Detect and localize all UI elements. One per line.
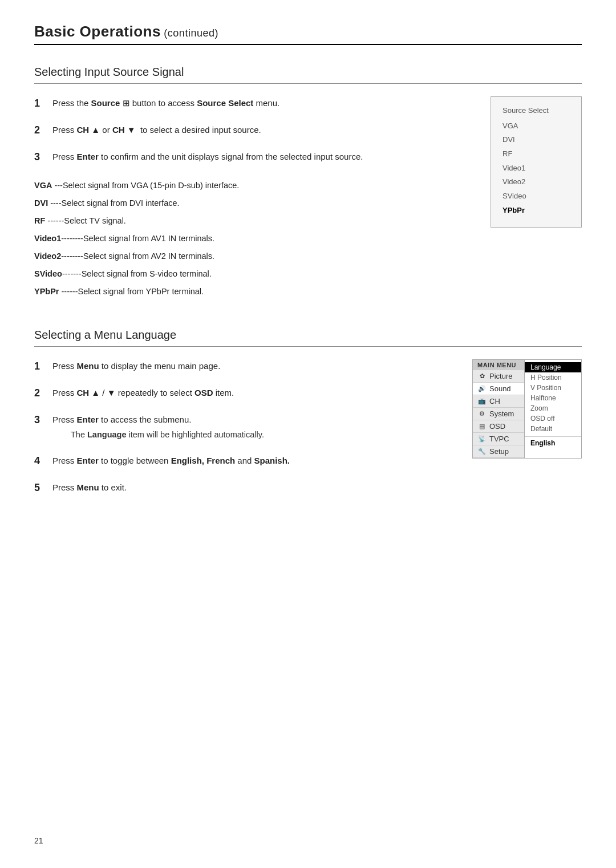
- step-num-2-4: 4: [34, 454, 47, 468]
- submenu-item-halftone: Halftone: [525, 393, 581, 403]
- step-2-2: 2 Press CH ▲ / ▼ repeatedly to select OS…: [34, 386, 455, 400]
- section-input-source: Selecting Input Source Signal 1 Press th…: [34, 66, 582, 301]
- desc-vga: VGA ---Select signal from VGA (15-pin D-…: [34, 177, 473, 194]
- desc-ypbpr: YPbPr ------Select signal from YPbPr ter…: [34, 283, 473, 300]
- step-num-1-2: 2: [34, 123, 47, 137]
- step-text-2-4: Press Enter to toggle between English, F…: [52, 454, 290, 468]
- menu-item-tvpc-label: TVPC: [489, 435, 509, 443]
- source-dvi: DVI: [502, 133, 570, 147]
- submenu-value-english: English: [525, 436, 581, 448]
- step-2-5: 5 Press Menu to exit.: [34, 481, 455, 495]
- desc-video1: Video1--------Select signal from AV1 IN …: [34, 230, 473, 247]
- desc-dvi: DVI ----Select signal from DVI interface…: [34, 195, 473, 212]
- submenu-item-vposition: V Position: [525, 383, 581, 393]
- source-svideo: SVideo: [502, 189, 570, 204]
- section2-content: 1 Press Menu to display the menu main pa…: [34, 359, 582, 508]
- step-1-3: 3 Press Enter to confirm and the unit di…: [34, 150, 473, 164]
- osd-icon: ▤: [477, 422, 487, 430]
- menu-item-tvpc: 📡 TVPC: [473, 433, 524, 445]
- step-num-2-2: 2: [34, 386, 47, 400]
- submenu-title: Language: [525, 362, 581, 372]
- page-number: 21: [34, 836, 43, 845]
- step-text-1-2: Press CH ▲ or CH ▼ to select a desired i…: [52, 123, 261, 137]
- step-2-4: 4 Press Enter to toggle between English,…: [34, 454, 455, 468]
- menu-left-panel: MAIN MENU ✿ Picture 🔊 Sound 📺 CH ⚙ Syste…: [473, 360, 524, 458]
- source-video1: Video1: [502, 161, 570, 176]
- menu-item-osd: ▤ OSD: [473, 420, 524, 433]
- menu-item-picture-label: Picture: [489, 372, 512, 380]
- step-num-2-3: 3: [34, 413, 47, 427]
- step-1-1: 1 Press the Source ⊞ button to access So…: [34, 96, 473, 111]
- step-2-3: 3 Press Enter to access the submenu. The…: [34, 413, 455, 441]
- step-1-2: 2 Press CH ▲ or CH ▼ to select a desired…: [34, 123, 473, 137]
- source-select-title: Source Select: [502, 104, 570, 118]
- step-text-1-3: Press Enter to confirm and the unit disp…: [52, 150, 363, 164]
- submenu-item-hposition: H Position: [525, 372, 581, 383]
- desc-video2: Video2--------Select signal from AV2 IN …: [34, 248, 473, 265]
- menu-item-system: ⚙ System: [473, 408, 524, 420]
- menu-item-system-label: System: [489, 409, 514, 418]
- submenu-item-osdoff: OSD off: [525, 413, 581, 424]
- menu-header-label: MAIN MENU: [473, 360, 524, 370]
- step-num-2-5: 5: [34, 481, 47, 495]
- step-2-3-subtext: The Language item will be highlighted au…: [71, 429, 264, 441]
- step-num-2-1: 1: [34, 359, 47, 374]
- section2-steps: 1 Press Menu to display the menu main pa…: [34, 359, 455, 508]
- section-menu-language: Selecting a Menu Language 1 Press Menu t…: [34, 328, 582, 508]
- picture-icon: ✿: [477, 372, 487, 380]
- menu-item-setup-label: Setup: [489, 447, 509, 456]
- step-text-2-1: Press Menu to display the menu main page…: [52, 359, 220, 373]
- step-2-1: 1 Press Menu to display the menu main pa…: [34, 359, 455, 374]
- desc-svideo: SVideo-------Select signal from S-video …: [34, 266, 473, 282]
- menu-item-sound-label: Sound: [489, 384, 511, 393]
- step-text-2-3: Press Enter to access the submenu.: [52, 415, 191, 424]
- menu-item-setup: 🔧 Setup: [473, 445, 524, 458]
- step-text-2-2: Press CH ▲ / ▼ repeatedly to select OSD …: [52, 386, 234, 400]
- menu-item-ch: 📺 CH: [473, 395, 524, 408]
- source-video2: Video2: [502, 175, 570, 189]
- step-text-2-5: Press Menu to exit.: [52, 481, 127, 494]
- submenu-item-zoom: Zoom: [525, 403, 581, 413]
- menu-item-picture: ✿ Picture: [473, 370, 524, 383]
- page-header: Basic Operations (continued): [34, 23, 582, 45]
- signal-descriptions: VGA ---Select signal from VGA (15-pin D-…: [34, 177, 473, 300]
- menu-item-osd-label: OSD: [489, 422, 505, 431]
- source-vga: VGA: [502, 119, 570, 133]
- ch-icon: 📺: [477, 397, 487, 405]
- section1-steps: 1 Press the Source ⊞ button to access So…: [34, 96, 473, 301]
- menu-item-sound: 🔊 Sound: [473, 383, 524, 395]
- menu-item-ch-label: CH: [489, 397, 500, 405]
- step-text-1-1: Press the Source ⊞ button to access Sour…: [52, 96, 279, 110]
- source-rf: RF: [502, 147, 570, 161]
- desc-rf: RF ------Select TV signal.: [34, 213, 473, 229]
- section1-title: Selecting Input Source Signal: [34, 66, 582, 79]
- menu-right-panel: Language H Position V Position Halftone …: [524, 360, 581, 458]
- submenu-item-default: Default: [525, 424, 581, 434]
- system-icon: ⚙: [477, 409, 487, 417]
- tvpc-icon: 📡: [477, 435, 487, 443]
- main-menu-box: MAIN MENU ✿ Picture 🔊 Sound 📺 CH ⚙ Syste…: [472, 359, 582, 459]
- section1-divider: [34, 83, 582, 84]
- section1-content: 1 Press the Source ⊞ button to access So…: [34, 96, 582, 301]
- page-title: Basic Operations (continued): [34, 23, 582, 40]
- sound-icon: 🔊: [477, 384, 487, 392]
- section2-title: Selecting a Menu Language: [34, 328, 582, 342]
- step-num-1-3: 3: [34, 150, 47, 164]
- step-num-1-1: 1: [34, 96, 47, 111]
- source-select-box: Source Select VGA DVI RF Video1 Video2 S…: [491, 96, 582, 228]
- setup-icon: 🔧: [477, 447, 487, 455]
- section2-divider: [34, 346, 582, 347]
- source-ypbpr: YPbPr: [502, 204, 570, 218]
